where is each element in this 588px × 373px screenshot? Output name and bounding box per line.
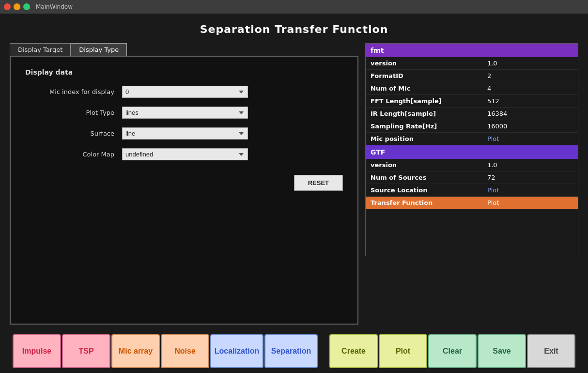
fmt-samplerate-row: Sampling Rate[Hz] 16000 [366,120,578,133]
button-gap [319,334,328,368]
fmt-samplerate-value: 16000 [482,120,578,133]
reset-button[interactable]: RESET [294,175,343,191]
plot-type-row: Plot Type lines bars scatter [25,107,343,119]
reset-row: RESET [25,175,343,191]
fmt-irlen-row: IR Length[sample] 16384 [366,108,578,120]
colormap-row: Color Map undefined jet hot cool [25,148,343,160]
mic-index-label: Mic index for display [25,88,122,95]
fmt-nummic-value: 4 [482,82,578,95]
exit-button[interactable]: Exit [527,334,575,368]
fmt-irlen-value: 16384 [482,108,578,120]
colormap-select[interactable]: undefined jet hot cool [122,148,248,160]
left-panel: Display Target Display Type Display data… [10,43,358,325]
gtf-transferfunc-value[interactable]: Plot [482,197,578,209]
gtf-sourceloc-key: Source Location [366,184,482,197]
fmt-formatid-key: FormatID [366,70,482,82]
gtf-numsources-row: Num of Sources 72 [366,171,578,184]
titlebar: MainWindow [0,0,588,14]
gtf-header: GTF [366,145,578,159]
fmt-formatid-row: FormatID 2 [366,70,578,82]
main-content: Separation Transfer Function Display Tar… [0,14,588,373]
fmt-version-row: version 1.0 [366,57,578,70]
gtf-version-value: 1.0 [482,159,578,171]
gtf-sourceloc-row: Source Location Plot [366,184,578,197]
gtf-version-key: version [366,159,482,171]
surface-row: Surface line surface wireframe [25,127,343,140]
close-button[interactable] [4,3,11,10]
save-button[interactable]: Save [478,334,526,368]
fmt-header-label: fmt [366,44,578,57]
gtf-transferfunc-key: Transfer Function [366,197,482,209]
tab-display-type[interactable]: Display Type [71,43,127,56]
localization-button[interactable]: Localization [210,334,263,368]
window-title: MainWindow [36,3,73,10]
fmt-irlen-key: IR Length[sample] [366,108,482,120]
plot-button[interactable]: Plot [379,334,427,368]
fmt-version-key: version [366,57,482,70]
tab-bar: Display Target Display Type [10,43,358,56]
minimize-button[interactable] [14,3,20,10]
gtf-header-label: GTF [366,145,578,159]
page-title: Separation Transfer Function [10,23,578,35]
fmt-nummic-key: Num of Mic [366,82,482,95]
fmt-samplerate-key: Sampling Rate[Hz] [366,120,482,133]
plot-type-select[interactable]: lines bars scatter [122,107,248,119]
mic-index-select[interactable]: 0 1 2 3 [122,86,248,98]
impulse-button[interactable]: Impulse [13,334,61,368]
form-section-title: Display data [25,68,343,76]
gtf-numsources-key: Num of Sources [366,171,482,184]
create-button[interactable]: Create [329,334,378,368]
surface-select[interactable]: line surface wireframe [122,127,248,140]
separation-button[interactable]: Separation [264,334,318,368]
colormap-label: Color Map [25,151,122,158]
fmt-fftlen-row: FFT Length[sample] 512 [366,95,578,108]
fmt-fftlen-key: FFT Length[sample] [366,95,482,108]
data-table-panel[interactable]: fmt version 1.0 FormatID 2 Num of Mic 4 [365,43,578,256]
fmt-fftlen-value: 512 [482,95,578,108]
form-panel: Display data Mic index for display 0 1 2… [10,56,358,325]
fmt-micpos-key: Mic position [366,133,482,145]
bottom-toolbar: Impulse TSP Mic array Noise Localization… [10,334,578,368]
gtf-version-row: version 1.0 [366,159,578,171]
fmt-version-value: 1.0 [482,57,578,70]
gtf-transferfunc-row[interactable]: Transfer Function Plot [366,197,578,209]
mic-index-row: Mic index for display 0 1 2 3 [25,86,343,98]
clear-button[interactable]: Clear [428,334,477,368]
surface-label: Surface [25,130,122,137]
fmt-nummic-row: Num of Mic 4 [366,82,578,95]
micarray-button[interactable]: Mic array [111,334,160,368]
noise-button[interactable]: Noise [161,334,209,368]
tsp-button[interactable]: TSP [62,334,110,368]
gtf-sourceloc-value[interactable]: Plot [482,184,578,197]
fmt-micpos-row: Mic position Plot [366,133,578,145]
fmt-formatid-value: 2 [482,70,578,82]
fmt-header: fmt [366,44,578,57]
fmt-micpos-value[interactable]: Plot [482,133,578,145]
data-table: fmt version 1.0 FormatID 2 Num of Mic 4 [366,44,578,209]
tab-display-target[interactable]: Display Target [10,43,71,56]
plot-type-label: Plot Type [25,109,122,116]
gtf-numsources-value: 72 [482,171,578,184]
maximize-button[interactable] [23,3,30,10]
top-section: Display Target Display Type Display data… [10,43,578,325]
